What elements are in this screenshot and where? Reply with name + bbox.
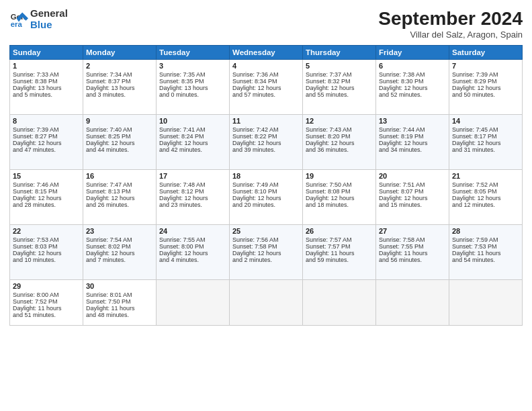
- col-monday: Monday: [83, 46, 157, 60]
- calendar-table: Sunday Monday Tuesday Wednesday Thursday…: [9, 45, 523, 326]
- header-row: Sunday Monday Tuesday Wednesday Thursday…: [10, 46, 523, 60]
- table-row: 30Sunrise: 8:01 AMSunset: 7:50 PMDayligh…: [83, 280, 157, 326]
- table-row: [376, 280, 449, 326]
- location: Villar del Salz, Aragon, Spain: [378, 30, 523, 40]
- table-row: 2Sunrise: 7:34 AMSunset: 8:37 PMDaylight…: [83, 60, 157, 115]
- header: Gen era General Blue September 2024 Vill…: [9, 8, 523, 40]
- table-row: 20Sunrise: 7:51 AMSunset: 8:07 PMDayligh…: [376, 170, 449, 225]
- table-row: 15Sunrise: 7:46 AMSunset: 8:15 PMDayligh…: [10, 170, 83, 225]
- table-row: 17Sunrise: 7:48 AMSunset: 8:12 PMDayligh…: [157, 170, 230, 225]
- table-row: [157, 280, 230, 326]
- col-saturday: Saturday: [449, 46, 523, 60]
- page: Gen era General Blue September 2024 Vill…: [0, 0, 532, 411]
- table-row: [449, 280, 523, 326]
- table-row: 23Sunrise: 7:54 AMSunset: 8:02 PMDayligh…: [83, 225, 157, 280]
- table-row: 7Sunrise: 7:39 AMSunset: 8:29 PMDaylight…: [449, 60, 523, 115]
- svg-text:era: era: [11, 20, 23, 28]
- logo-blue: Blue: [30, 19, 68, 31]
- logo-general: General: [30, 8, 68, 19]
- col-wednesday: Wednesday: [230, 46, 303, 60]
- table-row: 18Sunrise: 7:49 AMSunset: 8:10 PMDayligh…: [230, 170, 303, 225]
- month-title: September 2024: [378, 8, 523, 30]
- table-row: 10Sunrise: 7:41 AMSunset: 8:24 PMDayligh…: [157, 115, 230, 170]
- table-row: 8Sunrise: 7:39 AMSunset: 8:27 PMDaylight…: [10, 115, 83, 170]
- col-thursday: Thursday: [303, 46, 376, 60]
- table-row: 12Sunrise: 7:43 AMSunset: 8:20 PMDayligh…: [303, 115, 376, 170]
- table-row: 29Sunrise: 8:00 AMSunset: 7:52 PMDayligh…: [10, 280, 83, 326]
- table-row: 22Sunrise: 7:53 AMSunset: 8:03 PMDayligh…: [10, 225, 83, 280]
- table-row: 9Sunrise: 7:40 AMSunset: 8:25 PMDaylight…: [83, 115, 157, 170]
- logo-icon: Gen era: [9, 10, 28, 29]
- table-row: 5Sunrise: 7:37 AMSunset: 8:32 PMDaylight…: [303, 60, 376, 115]
- table-row: 4Sunrise: 7:36 AMSunset: 8:34 PMDaylight…: [230, 60, 303, 115]
- table-row: 27Sunrise: 7:58 AMSunset: 7:55 PMDayligh…: [376, 225, 449, 280]
- table-row: 25Sunrise: 7:56 AMSunset: 7:58 PMDayligh…: [230, 225, 303, 280]
- table-row: 24Sunrise: 7:55 AMSunset: 8:00 PMDayligh…: [157, 225, 230, 280]
- table-row: 14Sunrise: 7:45 AMSunset: 8:17 PMDayligh…: [449, 115, 523, 170]
- table-row: 21Sunrise: 7:52 AMSunset: 8:05 PMDayligh…: [449, 170, 523, 225]
- table-row: [230, 280, 303, 326]
- col-tuesday: Tuesday: [157, 46, 230, 60]
- logo: Gen era General Blue: [9, 8, 68, 30]
- col-sunday: Sunday: [10, 46, 83, 60]
- table-row: 26Sunrise: 7:57 AMSunset: 7:57 PMDayligh…: [303, 225, 376, 280]
- table-row: 28Sunrise: 7:59 AMSunset: 7:53 PMDayligh…: [449, 225, 523, 280]
- title-block: September 2024 Villar del Salz, Aragon, …: [378, 8, 523, 40]
- table-row: 3Sunrise: 7:35 AMSunset: 8:35 PMDaylight…: [157, 60, 230, 115]
- table-row: 1Sunrise: 7:33 AMSunset: 8:38 PMDaylight…: [10, 60, 83, 115]
- table-row: [303, 280, 376, 326]
- table-row: 11Sunrise: 7:42 AMSunset: 8:22 PMDayligh…: [230, 115, 303, 170]
- table-row: 16Sunrise: 7:47 AMSunset: 8:13 PMDayligh…: [83, 170, 157, 225]
- col-friday: Friday: [376, 46, 449, 60]
- table-row: 6Sunrise: 7:38 AMSunset: 8:30 PMDaylight…: [376, 60, 449, 115]
- table-row: 13Sunrise: 7:44 AMSunset: 8:19 PMDayligh…: [376, 115, 449, 170]
- table-row: 19Sunrise: 7:50 AMSunset: 8:08 PMDayligh…: [303, 170, 376, 225]
